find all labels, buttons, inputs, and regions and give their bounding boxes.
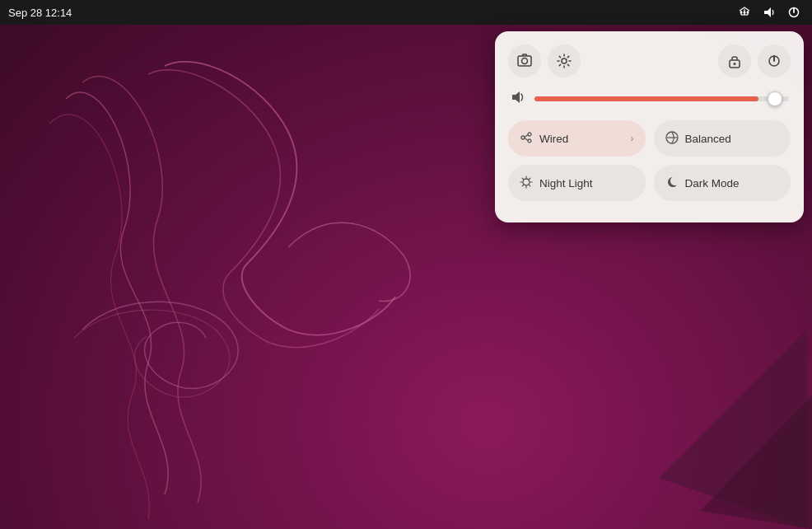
night-light-label: Night Light: [539, 177, 634, 190]
volume-speaker-icon: [510, 89, 526, 109]
volume-slider-container[interactable]: [534, 96, 789, 101]
panel-top-right-buttons: [718, 44, 791, 77]
volume-slider-track: [534, 96, 789, 101]
svg-point-14: [523, 179, 530, 185]
volume-slider-thumb[interactable]: [768, 91, 782, 106]
settings-button[interactable]: [548, 44, 581, 77]
svg-point-8: [734, 63, 736, 65]
screenshot-button[interactable]: [508, 44, 541, 77]
volume-row: [508, 89, 791, 109]
svg-point-5: [522, 59, 528, 64]
balanced-label: Balanced: [685, 133, 780, 145]
topbar-power-icon[interactable]: [784, 2, 804, 22]
dark-mode-label: Dark Mode: [685, 177, 780, 190]
dark-mode-icon: [665, 176, 679, 191]
panel-top-left-buttons: [508, 44, 581, 77]
night-light-icon: [520, 176, 533, 191]
wired-arrow-icon: ›: [631, 133, 634, 144]
svg-point-12: [528, 139, 531, 143]
grid-row-2: Night Light Dark Mode: [508, 165, 791, 201]
panel-top-row: [508, 44, 791, 77]
quick-settings-panel: Wired › Balanced Night: [495, 31, 804, 222]
svg-point-10: [521, 136, 525, 139]
balanced-button[interactable]: Balanced: [654, 120, 791, 157]
volume-slider-fill: [534, 96, 758, 101]
wired-label: Wired: [539, 133, 624, 145]
topbar: Sep 28 12:14: [0, 0, 812, 25]
grid-row-1: Wired › Balanced: [508, 120, 791, 157]
balanced-icon: [665, 131, 679, 147]
network-status-icon[interactable]: [735, 2, 754, 22]
svg-point-11: [528, 133, 531, 136]
topbar-datetime: Sep 28 12:14: [8, 7, 72, 19]
power-button[interactable]: [758, 44, 791, 77]
wired-icon: [520, 131, 533, 147]
wired-button[interactable]: Wired ›: [508, 120, 646, 157]
lock-button[interactable]: [718, 44, 751, 77]
topbar-volume-icon[interactable]: [759, 2, 779, 22]
dark-mode-button[interactable]: Dark Mode: [654, 165, 791, 201]
svg-point-6: [562, 59, 567, 63]
topbar-right-icons: [735, 2, 804, 22]
night-light-button[interactable]: Night Light: [508, 165, 646, 201]
